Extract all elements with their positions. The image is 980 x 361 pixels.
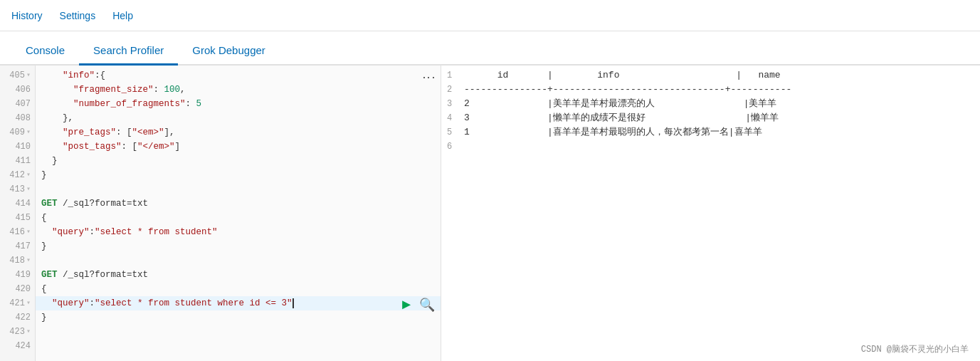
line-num-415: 415 [0, 211, 35, 225]
line-num-416: 416▾ [0, 225, 35, 239]
settings-button[interactable]: 🔍 [419, 297, 435, 313]
line-num-421: 421▾ [0, 296, 35, 310]
code-line-408: }, [36, 111, 441, 125]
context-menu-icon[interactable]: ⋮ [422, 71, 435, 83]
code-line-410: "post_tags": ["</em>"] [36, 140, 441, 154]
menu-settings[interactable]: Settings [60, 10, 96, 21]
code-line-405: "info":{ [36, 68, 441, 83]
line-num-405: 405▾ [0, 68, 35, 83]
output-line-2: 2 ---------------+----------------------… [447, 83, 974, 97]
output-line-4: 4 3 |懒羊羊的成绩不是很好 |懒羊羊 [447, 111, 974, 125]
run-button[interactable]: ► [399, 296, 413, 313]
line-num-420: 420 [0, 282, 35, 296]
code-line-417: "query":"select * from student" [36, 225, 441, 239]
code-line-406: "fragment_size": 100, [36, 83, 441, 97]
menu-history[interactable]: History [11, 10, 43, 21]
action-buttons: ► 🔍 [399, 296, 435, 313]
line-num-419: 419 [0, 268, 35, 282]
code-area[interactable]: "info":{ "fragment_size": 100, "number_o… [36, 66, 441, 361]
tab-bar: Console Search Profiler Grok Debugger [0, 31, 980, 66]
code-line-419 [36, 253, 441, 268]
code-line-423: } [36, 310, 441, 325]
tab-search-profiler[interactable]: Search Profiler [79, 37, 178, 66]
line-num-414: 414 [0, 197, 35, 211]
line-num-410: 410 [0, 140, 35, 154]
code-line-411: } [36, 154, 441, 168]
line-num-407: 407 [0, 97, 35, 111]
code-line-407: "number_of_fragments": 5 [36, 97, 441, 111]
line-num-423: 423▾ [0, 325, 35, 339]
line-num-411: 411 [0, 154, 35, 168]
watermark: CSDN @脑袋不灵光的小白羊 [861, 343, 969, 355]
line-num-412: 412▾ [0, 168, 35, 182]
code-line-420: GET /_sql?format=txt [36, 268, 441, 282]
output-line-3: 3 2 |美羊羊是羊村最漂亮的人 |美羊羊 [447, 97, 974, 111]
output-line-5: 5 1 |喜羊羊是羊村最聪明的人，每次都考第一名|喜羊羊 [447, 125, 974, 140]
output-line-1: 1 id | info | name [447, 68, 974, 83]
code-line-413 [36, 182, 441, 197]
menu-help[interactable]: Help [112, 10, 133, 21]
line-num-418: 418▾ [0, 253, 35, 268]
line-numbers: 405▾ 406 407 408 409▾ 410 411 412▾ 413▾ … [0, 66, 36, 361]
code-line-422: "query":"select * from student where id … [36, 296, 441, 310]
code-line-418: } [36, 239, 441, 253]
line-num-406: 406 [0, 83, 35, 97]
line-num-413: 413▾ [0, 182, 35, 197]
line-num-409: 409▾ [0, 125, 35, 140]
tab-grok-debugger[interactable]: Grok Debugger [178, 37, 280, 66]
code-line-424 [36, 325, 441, 339]
tab-console[interactable]: Console [11, 37, 79, 66]
line-num-408: 408 [0, 111, 35, 125]
line-num-422: 422 [0, 310, 35, 325]
main-content: 405▾ 406 407 408 409▾ 410 411 412▾ 413▾ … [0, 66, 980, 361]
code-line-412: } [36, 168, 441, 182]
line-num-417: 417 [0, 239, 35, 253]
code-line-415: GET /_sql?format=txt [36, 197, 441, 211]
top-menu-bar: History Settings Help [0, 0, 980, 31]
editor-panel[interactable]: 405▾ 406 407 408 409▾ 410 411 412▾ 413▾ … [0, 66, 441, 361]
code-line-409: "pre_tags": ["<em>"], [36, 125, 441, 140]
output-line-6: 6 [447, 140, 974, 154]
output-panel: 1 id | info | name 2 ---------------+---… [441, 66, 980, 361]
line-num-424: 424 [0, 339, 35, 353]
code-line-421: { [36, 282, 441, 296]
code-line-416: { [36, 211, 441, 225]
